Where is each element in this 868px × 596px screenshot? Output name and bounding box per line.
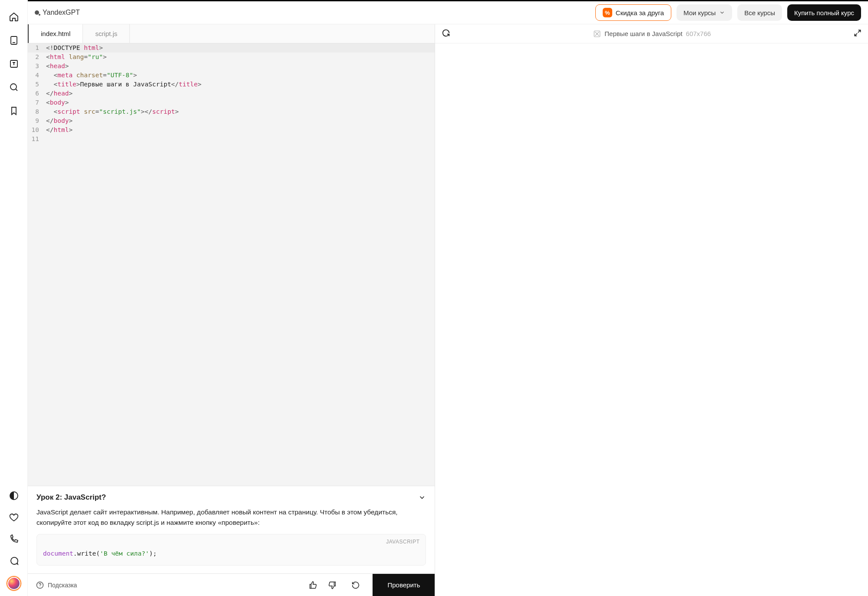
brand-logo-icon [35, 10, 39, 15]
all-courses-label: Все курсы [744, 9, 775, 16]
sidebar [0, 0, 28, 596]
search-icon[interactable] [8, 82, 20, 93]
check-button[interactable]: Проверить [373, 574, 435, 596]
reset-icon [351, 580, 360, 590]
home-icon[interactable] [8, 11, 20, 23]
hint-label: Подсказка [48, 582, 77, 589]
code-line[interactable]: 9</body> [28, 116, 435, 125]
chat-icon[interactable] [8, 555, 20, 566]
code-line[interactable]: 10</html> [28, 125, 435, 135]
discount-button[interactable]: % Скидка за друга [595, 4, 671, 21]
lesson-header[interactable]: Урок 2: JavaScript? [28, 486, 435, 507]
buy-full-label: Купить полный курс [794, 9, 854, 16]
code-line[interactable]: 11 [28, 135, 435, 144]
refresh-preview-button[interactable] [441, 28, 451, 39]
chevron-down-icon [719, 10, 725, 16]
phone-icon[interactable] [8, 533, 20, 545]
lesson-text: JavaScript делает сайт интерактивным. На… [36, 507, 426, 528]
book-icon[interactable] [8, 35, 20, 46]
code-line[interactable]: 6</head> [28, 89, 435, 98]
broken-image-icon [593, 30, 601, 38]
percent-icon: % [603, 8, 612, 17]
buy-full-course-button[interactable]: Купить полный курс [787, 4, 861, 21]
my-courses-label: Мои курсы [683, 9, 716, 16]
code-line[interactable]: 3<head> [28, 62, 435, 71]
preview-title: Первые шаги в JavaScript [604, 30, 682, 37]
svg-point-5 [40, 586, 40, 587]
expand-preview-button[interactable] [853, 29, 862, 39]
thumbs-down-icon [327, 580, 337, 590]
all-courses-button[interactable]: Все курсы [737, 4, 782, 21]
code-snippet: JAVASCRIPT document.write('В чём сила?')… [36, 534, 426, 566]
code-line[interactable]: 7<body> [28, 98, 435, 107]
hint-button[interactable]: Подсказка [36, 581, 77, 589]
code-line[interactable]: 4 <meta charset="UTF-8"> [28, 71, 435, 80]
theme-toggle-icon[interactable] [8, 490, 20, 501]
help-icon [36, 581, 44, 589]
brand-label: YandexGPT [43, 9, 80, 16]
brand[interactable]: YandexGPT [35, 9, 80, 16]
thumbs-down-button[interactable] [326, 579, 339, 592]
code-line[interactable]: 1<!DOCTYPE html> [28, 43, 435, 53]
code-line[interactable]: 5 <title>Первые шаги в JavaScript</title… [28, 80, 435, 89]
bottombar: Подсказка Проверить [28, 573, 435, 596]
expand-icon [853, 29, 862, 37]
bookmark-icon[interactable] [8, 105, 20, 116]
svg-rect-0 [11, 36, 17, 44]
discount-label: Скидка за друга [616, 9, 664, 16]
svg-point-2 [10, 84, 17, 90]
code-editor[interactable]: 1<!DOCTYPE html>2<html lang="ru">3<head>… [28, 43, 435, 486]
tab-index-html[interactable]: index.html [28, 24, 83, 43]
my-courses-button[interactable]: Мои курсы [677, 4, 732, 21]
snippet-language: JAVASCRIPT [37, 534, 426, 546]
preview-header: Первые шаги в JavaScript 607x766 [435, 24, 868, 43]
code-line[interactable]: 2<html lang="ru"> [28, 53, 435, 62]
refresh-icon [441, 28, 451, 38]
editor-tabs: index.html script.js [28, 24, 435, 43]
thumbs-up-button[interactable] [307, 579, 320, 592]
code-line[interactable]: 8 <script src="script.js"></script> [28, 107, 435, 116]
reset-button[interactable] [349, 579, 362, 592]
lesson-title: Урок 2: JavaScript? [36, 493, 106, 502]
text-tool-icon[interactable] [8, 58, 20, 69]
preview-dimensions: 607x766 [686, 30, 711, 37]
tab-script-js[interactable]: script.js [83, 24, 130, 43]
avatar[interactable] [7, 577, 20, 590]
chevron-down-icon [418, 494, 426, 501]
thumbs-up-icon [308, 580, 318, 590]
preview-pane [435, 43, 868, 596]
snippet-code[interactable]: document.write('В чём сила?'); [37, 546, 426, 565]
topbar: YandexGPT % Скидка за друга Мои курсы Вс… [28, 0, 868, 24]
lesson-panel: Урок 2: JavaScript? JavaScript делает са… [28, 486, 435, 573]
heart-icon[interactable] [8, 512, 20, 523]
